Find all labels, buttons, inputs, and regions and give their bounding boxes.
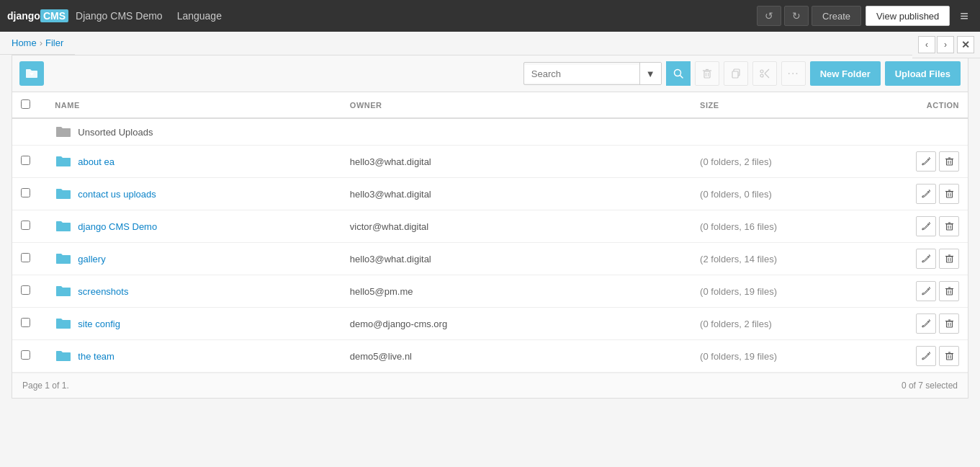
view-published-button[interactable]: View published	[866, 6, 950, 26]
logo-django-text: django	[7, 10, 40, 22]
hamburger-menu-button[interactable]: ≡	[956, 8, 973, 25]
row-checkbox[interactable]	[21, 318, 30, 327]
row-owner: hello3@what.digital	[341, 243, 691, 275]
delete-row-button[interactable]	[939, 313, 959, 334]
folder-down-icon	[25, 68, 38, 79]
redo-button[interactable]: ↻	[784, 6, 809, 26]
folder-name-link[interactable]: gallery	[78, 254, 105, 264]
folder-icon	[55, 252, 72, 266]
breadcrumb-home-link[interactable]: Home	[12, 37, 37, 48]
delete-row-button[interactable]	[939, 281, 959, 301]
filer-container: ▼	[12, 55, 968, 399]
table-row: django CMS Demovictor@what.digital(0 fol…	[12, 210, 968, 243]
breadcrumb-current: Filer	[45, 37, 63, 48]
row-size	[691, 118, 876, 146]
edit-button[interactable]	[916, 346, 936, 366]
row-size: (0 folders, 2 files)	[691, 308, 876, 340]
selection-info: 0 of 7 selected	[902, 381, 958, 391]
folder-icon	[55, 349, 72, 363]
svg-rect-19	[946, 192, 952, 197]
edit-button[interactable]	[916, 151, 936, 172]
filer-footer: Page 1 of 1. 0 of 7 selected	[12, 373, 968, 398]
edit-button[interactable]	[916, 184, 936, 204]
row-checkbox[interactable]	[21, 253, 30, 262]
row-owner: victor@what.digital	[341, 210, 691, 243]
folder-name-link[interactable]: about ea	[78, 156, 114, 167]
svg-rect-3	[704, 71, 710, 78]
search-container: ▼	[523, 62, 662, 85]
search-button[interactable]	[666, 61, 691, 86]
row-checkbox[interactable]	[21, 188, 30, 197]
new-folder-button[interactable]: New Folder	[810, 61, 881, 86]
folder-icon	[55, 154, 72, 169]
search-input[interactable]	[524, 65, 639, 83]
svg-rect-24	[946, 224, 952, 230]
row-checkbox[interactable]	[21, 221, 30, 230]
edit-button[interactable]	[916, 281, 936, 301]
folder-name-link[interactable]: django CMS Demo	[78, 221, 157, 232]
language-menu[interactable]: Language	[177, 10, 222, 22]
delete-row-button[interactable]	[939, 249, 959, 269]
row-owner	[341, 118, 691, 146]
select-all-checkbox[interactable]	[21, 99, 30, 109]
nav-next-button[interactable]: ›	[937, 36, 954, 53]
folder-name-link[interactable]: site config	[78, 319, 120, 329]
delete-row-button[interactable]	[939, 216, 959, 236]
svg-rect-29	[946, 257, 952, 262]
breadcrumb: Home › Filer	[0, 32, 75, 55]
nav-prev-button[interactable]: ‹	[918, 36, 935, 53]
row-size: (0 folders, 2 files)	[691, 146, 876, 178]
copy-button[interactable]	[724, 61, 748, 86]
folder-icon	[55, 125, 72, 139]
cut-button[interactable]	[752, 61, 777, 86]
svg-line-10	[765, 69, 769, 74]
delete-row-button[interactable]	[939, 184, 959, 204]
delete-row-button[interactable]	[939, 151, 959, 172]
folder-dropdown-button[interactable]	[19, 61, 44, 86]
folder-name-link[interactable]: contact us uploads	[78, 189, 156, 200]
page-info: Page 1 of 1.	[22, 381, 69, 391]
nav-close-button[interactable]: ✕	[957, 36, 974, 53]
table-row: galleryhello3@what.digital(2 folders, 14…	[12, 243, 968, 275]
svg-rect-14	[946, 159, 952, 165]
col-size-header: SIZE	[691, 92, 876, 118]
table-row: screenshotshello5@pm.me(0 folders, 19 fi…	[12, 275, 968, 308]
search-dropdown-toggle[interactable]: ▼	[639, 63, 661, 84]
nav-arrows: ‹ › ✕	[912, 32, 980, 58]
scissors-icon	[760, 68, 770, 79]
row-owner: demo@django-cms.org	[341, 308, 691, 340]
row-size: (0 folders, 19 files)	[691, 275, 876, 308]
svg-point-12	[760, 70, 763, 73]
svg-rect-9	[732, 71, 738, 78]
folder-name-link[interactable]: screenshots	[78, 286, 128, 297]
table-row: Unsorted Uploads	[12, 118, 968, 146]
row-checkbox[interactable]	[21, 156, 30, 165]
edit-button[interactable]	[916, 216, 936, 236]
folder-name-link[interactable]: the team	[78, 351, 114, 362]
svg-point-13	[760, 74, 763, 77]
row-checkbox[interactable]	[21, 285, 30, 295]
folder-name-link[interactable]: Unsorted Uploads	[78, 127, 153, 138]
create-button[interactable]: Create	[812, 6, 861, 26]
delete-button[interactable]	[695, 61, 719, 86]
filer-table: NAME OWNER SIZE ACTION Unsorted Uploads …	[12, 92, 968, 373]
col-owner-header: OWNER	[341, 92, 691, 118]
upload-files-button[interactable]: Upload Files	[885, 61, 961, 86]
more-button[interactable]: ···	[781, 61, 806, 86]
col-action-header: ACTION	[876, 92, 968, 118]
logo-cms-text: CMS	[40, 9, 68, 22]
row-owner: hello3@what.digital	[341, 178, 691, 210]
undo-button[interactable]: ↺	[757, 6, 781, 26]
edit-button[interactable]	[916, 313, 936, 334]
edit-button[interactable]	[916, 249, 936, 269]
table-row: about eahello3@what.digital(0 folders, 2…	[12, 146, 968, 178]
row-size: (2 folders, 14 files)	[691, 243, 876, 275]
navbar: djangoCMS Django CMS Demo Language ↺ ↻ C…	[0, 0, 980, 32]
delete-row-button[interactable]	[939, 346, 959, 366]
row-checkbox[interactable]	[21, 350, 30, 360]
svg-rect-44	[946, 354, 952, 360]
row-size: (0 folders, 19 files)	[691, 340, 876, 373]
breadcrumb-separator: ›	[40, 37, 42, 48]
row-owner: hello3@what.digital	[341, 146, 691, 178]
svg-line-2	[680, 76, 683, 79]
